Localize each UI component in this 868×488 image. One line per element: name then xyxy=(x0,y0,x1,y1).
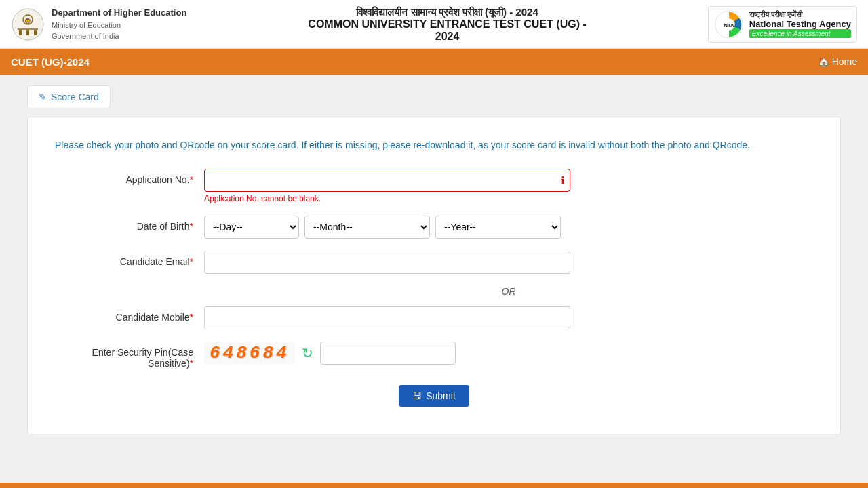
dept-sub1: Ministry of Education xyxy=(52,20,186,31)
scorecard-icon: ✎ xyxy=(39,92,47,102)
mobile-label: Candidate Mobile* xyxy=(55,306,204,323)
main-content: ✎ Score Card Please check your photo and… xyxy=(0,75,868,445)
dept-info: Department of Higher Education Ministry … xyxy=(52,6,186,42)
emblem-icon: 🦁 xyxy=(11,7,45,41)
app-no-row: Application No.* ℹ Application No. canno… xyxy=(55,169,813,203)
nta-circle-icon: NTA xyxy=(714,9,744,39)
form-card: Please check your photo and QRcode on yo… xyxy=(27,117,841,434)
dob-year-select[interactable]: --Year-- xyxy=(435,216,561,239)
app-no-wrap: ℹ Application No. cannot be blank. xyxy=(204,169,570,203)
header-right: NTA राष्ट्रीय परीक्षा एजेंसी National Te… xyxy=(708,6,857,43)
nta-logo: NTA राष्ट्रीय परीक्षा एजेंसी National Te… xyxy=(708,6,857,43)
refresh-captcha-icon[interactable]: ↻ xyxy=(302,345,313,361)
captcha-display: 648684 xyxy=(204,342,295,365)
submit-label: Submit xyxy=(426,390,456,401)
email-wrap xyxy=(204,251,570,274)
home-link[interactable]: 🏠 Home xyxy=(818,56,857,67)
nta-hindi: राष्ट्रीय परीक्षा एजेंसी xyxy=(749,10,851,19)
mobile-input[interactable] xyxy=(204,306,570,329)
app-no-error: Application No. cannot be blank. xyxy=(204,194,570,203)
submit-icon: 🖫 xyxy=(412,390,422,401)
dob-selects: --Day-- --Month-- --Year-- xyxy=(204,216,570,239)
dob-label: Date of Birth* xyxy=(55,216,204,232)
eng-title2: 2024 xyxy=(186,30,707,43)
or-text: OR xyxy=(502,286,516,297)
dob-row: Date of Birth* --Day-- --Month-- --Year-… xyxy=(55,216,813,239)
security-label: Enter Security Pin(Case Sensitive)* xyxy=(55,342,204,369)
email-label: Candidate Email* xyxy=(55,251,204,267)
security-wrap: 648684 ↻ xyxy=(204,342,570,365)
mobile-row: Candidate Mobile* xyxy=(55,306,813,329)
application-no-input[interactable] xyxy=(204,169,570,192)
dob-wrap: --Day-- --Month-- --Year-- xyxy=(204,216,570,239)
svg-rect-3 xyxy=(19,30,22,35)
scorecard-label: Score Card xyxy=(51,92,99,102)
app-no-input-wrap: ℹ xyxy=(204,169,570,192)
nta-name: National Testing Agency xyxy=(749,19,851,29)
home-icon: 🏠 xyxy=(818,56,829,67)
score-card-breadcrumb[interactable]: ✎ Score Card xyxy=(27,85,111,108)
header-center: विश्वविद्यालयीन सामान्य प्रवेश परीक्षा (… xyxy=(186,6,707,43)
mobile-wrap xyxy=(204,306,570,329)
svg-rect-5 xyxy=(34,30,37,35)
app-no-label: Application No.* xyxy=(55,169,204,185)
nta-text-block: राष्ट्रीय परीक्षा एजेंसी National Testin… xyxy=(749,10,851,38)
dob-month-select[interactable]: --Month-- xyxy=(304,216,430,239)
notice-text: Please check your photo and QRcode on yo… xyxy=(55,138,813,152)
submit-button[interactable]: 🖫 Submit xyxy=(399,385,469,407)
dept-title: Department of Higher Education xyxy=(52,6,186,20)
home-label: Home xyxy=(832,56,857,67)
header-left: 🦁 Department of Higher Education Ministr… xyxy=(11,6,186,42)
svg-text:NTA: NTA xyxy=(724,22,734,28)
captcha-area: 648684 ↻ xyxy=(204,342,570,365)
navbar: CUET (UG)-2024 🏠 Home xyxy=(0,49,868,75)
email-input[interactable] xyxy=(204,251,570,274)
required-star: * xyxy=(190,174,193,185)
svg-text:🦁: 🦁 xyxy=(24,18,31,24)
header: 🦁 Department of Higher Education Ministr… xyxy=(0,0,868,49)
submit-row: 🖫 Submit xyxy=(55,385,813,407)
error-icon: ℹ xyxy=(561,174,565,187)
navbar-title: CUET (UG)-2024 xyxy=(11,56,90,68)
dept-sub2: Government of India xyxy=(52,30,186,42)
hindi-title: विश्वविद्यालयीन सामान्य प्रवेश परीक्षा (… xyxy=(186,6,707,18)
svg-rect-4 xyxy=(26,30,29,35)
nta-tagline: Excellence in Assessment xyxy=(749,29,851,38)
email-row: Candidate Email* xyxy=(55,251,813,274)
or-divider: OR xyxy=(55,286,813,297)
security-row: Enter Security Pin(Case Sensitive)* 6486… xyxy=(55,342,813,369)
eng-title: COMMON UNIVERSITY ENTRANCE TEST CUET (UG… xyxy=(186,18,707,30)
security-pin-input[interactable] xyxy=(320,342,456,365)
dob-day-select[interactable]: --Day-- xyxy=(204,216,299,239)
